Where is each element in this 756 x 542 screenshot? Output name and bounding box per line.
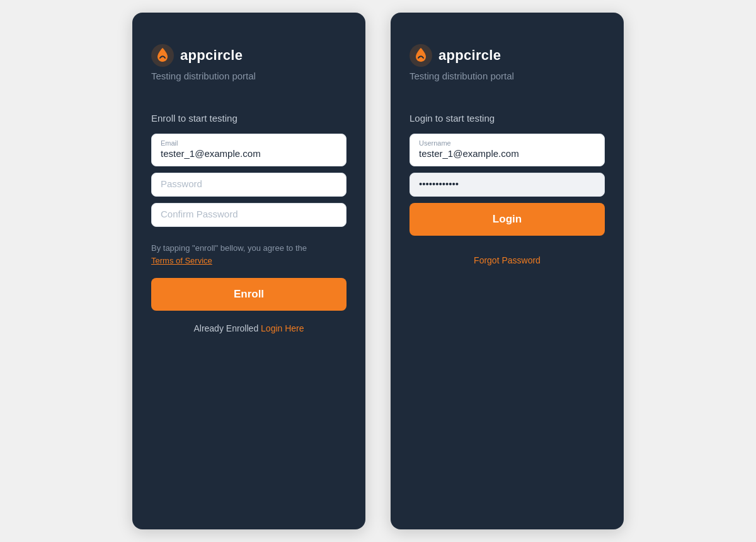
forgot-password-row: Forgot Password: [410, 255, 605, 266]
already-enrolled-text: Already Enrolled: [193, 323, 258, 333]
enroll-form-title: Enroll to start testing: [151, 113, 346, 124]
enroll-app-name: appcircle: [180, 47, 243, 64]
already-enrolled-row: Already Enrolled Login Here: [151, 323, 346, 333]
username-input[interactable]: [419, 148, 595, 159]
login-password-input-group: [410, 173, 605, 197]
terms-text: By tapping "enroll" bellow, you agree to…: [151, 242, 346, 267]
appcircle-logo-icon: [151, 44, 174, 67]
username-label: Username: [419, 139, 595, 147]
terms-of-service-link[interactable]: Terms of Service: [151, 256, 212, 265]
confirm-password-input-group: [151, 203, 346, 227]
enroll-subtitle: Testing distribution portal: [151, 71, 346, 81]
terms-prefix: By tapping "enroll" bellow, you agree to…: [151, 243, 307, 253]
email-input-group: Email: [151, 134, 346, 166]
enroll-card: appcircle Testing distribution portal En…: [132, 13, 365, 529]
login-form-title: Login to start testing: [410, 113, 605, 124]
password-input[interactable]: [161, 178, 337, 189]
login-subtitle: Testing distribution portal: [410, 71, 605, 81]
email-input[interactable]: [161, 148, 337, 159]
logo-row: appcircle: [151, 44, 346, 67]
login-button[interactable]: Login: [410, 203, 605, 236]
login-card: appcircle Testing distribution portal Lo…: [391, 13, 624, 529]
confirm-password-input[interactable]: [161, 209, 337, 219]
username-input-group: Username: [410, 134, 605, 166]
forgot-password-link[interactable]: Forgot Password: [474, 255, 541, 265]
login-logo-row: appcircle: [410, 44, 605, 67]
login-password-input[interactable]: [419, 178, 595, 189]
login-here-link[interactable]: Login Here: [261, 323, 304, 333]
password-input-group: [151, 173, 346, 197]
login-appcircle-logo-icon: [410, 44, 432, 67]
login-app-name: appcircle: [438, 47, 501, 64]
email-label: Email: [161, 139, 337, 147]
enroll-button[interactable]: Enroll: [151, 278, 346, 311]
